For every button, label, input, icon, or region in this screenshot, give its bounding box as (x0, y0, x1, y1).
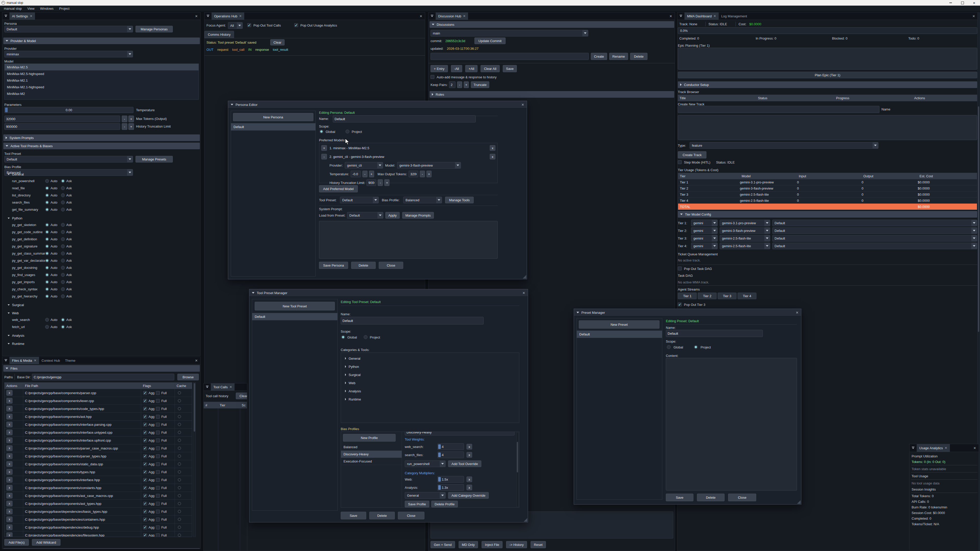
agg-checkbox[interactable] (143, 502, 147, 506)
agg-checkbox[interactable] (143, 407, 147, 411)
auto-radio[interactable] (45, 223, 49, 227)
discussion-name-input[interactable] (431, 53, 589, 60)
tool-category-row[interactable]: Analysis (4, 332, 199, 338)
temperature-slider[interactable]: 0.00 (4, 107, 134, 113)
weight-slider[interactable]: 4 (438, 451, 464, 458)
temperature-input[interactable] (351, 171, 361, 177)
apply-button[interactable]: Apply (385, 212, 400, 219)
multiplier-slider[interactable]: 1.3x (438, 484, 464, 491)
agg-checkbox[interactable] (143, 415, 147, 419)
tab-operations-hub[interactable]: Operations Hub (212, 13, 244, 20)
full-checkbox[interactable] (156, 478, 160, 482)
full-checkbox[interactable] (156, 415, 160, 419)
entry-button[interactable]: + Entry (431, 65, 448, 72)
remove-file-button[interactable]: x (6, 509, 13, 514)
history-decrement-button[interactable]: - (122, 123, 127, 130)
agg-checkbox[interactable] (143, 510, 147, 513)
dock-menu-icon[interactable] (4, 14, 8, 17)
new-persona-button[interactable]: New Persona (233, 113, 313, 121)
scope-project-radio[interactable] (694, 345, 698, 349)
screenshots-header[interactable]: Screenshots (3, 548, 200, 549)
menu-item[interactable]: View (24, 6, 37, 11)
create-discussion-button[interactable]: Create (591, 53, 607, 60)
profile-item[interactable]: Discovery-Heavy (341, 451, 402, 458)
remove-file-button[interactable]: x (6, 422, 13, 427)
auto-radio[interactable] (45, 208, 49, 211)
ask-radio[interactable] (61, 294, 65, 298)
panel-close-icon[interactable] (974, 446, 976, 450)
dialog-close-icon[interactable] (522, 291, 525, 295)
tool-preset-name-input[interactable] (341, 317, 484, 324)
category-row[interactable]: Python (341, 362, 519, 371)
max-tokens-decrement-button[interactable]: - (122, 116, 127, 122)
max-decrement-button[interactable]: - (420, 171, 425, 177)
full-checkbox[interactable] (156, 407, 160, 411)
auto-radio[interactable] (45, 186, 49, 190)
agg-checkbox[interactable] (143, 462, 147, 466)
agg-checkbox[interactable] (143, 446, 147, 450)
ask-radio[interactable] (61, 193, 65, 197)
popout-tier3-checkbox[interactable] (678, 303, 682, 306)
tab-close-icon[interactable] (463, 14, 466, 18)
remove-model-button[interactable]: x (490, 145, 495, 151)
manage-presets-button[interactable]: Manage Presets (135, 156, 173, 162)
composer-button[interactable]: Reset (531, 541, 546, 548)
persona-tool-preset-select[interactable]: Default (340, 197, 379, 203)
auto-radio[interactable] (45, 325, 49, 329)
tier-model-select[interactable]: gemini-2.5-flash-lite (720, 235, 770, 241)
full-checkbox[interactable] (156, 494, 160, 498)
agg-checkbox[interactable] (143, 478, 147, 482)
remove-multiplier-button[interactable]: x (466, 476, 472, 482)
create-track-button[interactable]: Create Track (678, 151, 706, 159)
ask-radio[interactable] (61, 280, 65, 284)
auto-radio[interactable] (45, 294, 49, 298)
maximize-button[interactable] (956, 0, 968, 6)
remove-file-button[interactable]: x (6, 524, 13, 530)
mma-tab[interactable]: MMA Dashboard (684, 13, 719, 20)
track-type-select[interactable]: feature (690, 142, 878, 149)
full-checkbox[interactable] (156, 486, 160, 490)
close-dialog-button[interactable]: Close (728, 494, 756, 501)
full-checkbox[interactable] (156, 502, 160, 506)
tool-preset-select[interactable]: Default (4, 156, 133, 162)
roles-header[interactable]: Roles (430, 91, 674, 98)
files-tab[interactable]: Context Hub (39, 357, 62, 364)
browse-button[interactable]: Browse (177, 374, 199, 380)
auto-radio[interactable] (45, 259, 49, 262)
files-tab[interactable]: Files & Media (10, 357, 39, 364)
system-prompts-header[interactable]: System Prompts (3, 135, 200, 141)
save-preset-button[interactable]: Save (666, 494, 694, 501)
remove-file-button[interactable]: x (6, 532, 13, 537)
clear-status-button[interactable]: Clear (270, 39, 285, 45)
epic-planning-textarea[interactable] (678, 48, 977, 70)
update-commit-button[interactable]: Update Commit (474, 38, 506, 44)
full-checkbox[interactable] (156, 430, 160, 434)
remove-file-button[interactable]: x (6, 398, 13, 403)
add-preferred-model-button[interactable]: Add Preferred Model (319, 185, 358, 192)
tab-close-icon[interactable] (34, 359, 37, 362)
discussion-select[interactable]: main (431, 30, 588, 37)
agg-checkbox[interactable] (143, 534, 147, 537)
tab-close-icon[interactable] (714, 14, 716, 18)
remove-file-button[interactable]: x (6, 485, 13, 491)
panel-close-icon[interactable] (972, 14, 975, 18)
agg-checkbox[interactable] (143, 494, 147, 498)
full-checkbox[interactable] (156, 526, 160, 529)
dock-menu-icon[interactable] (4, 359, 8, 362)
auto-radio[interactable] (45, 200, 49, 204)
new-tool-preset-button[interactable]: New Tool Preset (255, 302, 335, 310)
dock-menu-icon[interactable] (431, 14, 434, 17)
auto-radio[interactable] (45, 230, 49, 234)
multiplier-slider[interactable]: 1.5x (438, 476, 464, 483)
tier-preset-select[interactable]: Default (772, 243, 977, 249)
remove-file-button[interactable]: x (6, 477, 13, 483)
history-limit-input[interactable] (4, 123, 120, 130)
mma-tab[interactable]: Log Management (719, 13, 749, 20)
weight-slider[interactable]: 4 (438, 443, 464, 450)
auto-radio[interactable] (45, 245, 49, 248)
scrollbar-thumb[interactable] (194, 383, 195, 432)
save-tool-preset-button[interactable]: Save (341, 512, 366, 519)
remove-file-button[interactable]: x (6, 493, 13, 499)
slider-handle[interactable] (438, 453, 441, 457)
bias-box-scrollbar[interactable] (516, 432, 519, 507)
